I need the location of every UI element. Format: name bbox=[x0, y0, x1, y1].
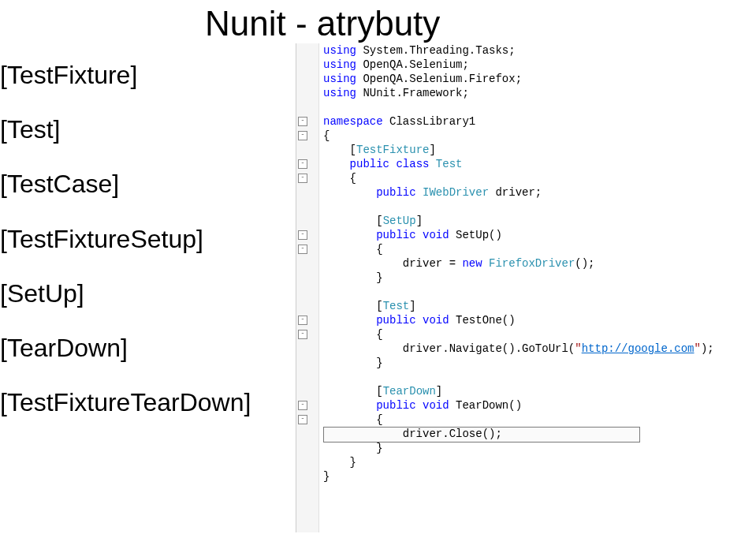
code-line: { bbox=[323, 327, 714, 342]
code-line: driver.Close(); bbox=[323, 427, 714, 441]
code-line: { bbox=[323, 413, 714, 427]
code-line: public void TestOne() bbox=[323, 313, 714, 327]
code-line: { bbox=[323, 171, 714, 185]
outline-collapse-icon[interactable]: - bbox=[298, 117, 307, 126]
outline-collapse-icon[interactable]: - bbox=[298, 159, 307, 169]
code-line: } bbox=[323, 469, 714, 484]
outline-collapse-icon[interactable]: - bbox=[298, 245, 307, 254]
code-line bbox=[323, 370, 714, 384]
code-line bbox=[323, 200, 714, 214]
code-line: public void TearDown() bbox=[323, 398, 714, 413]
code-line bbox=[323, 100, 714, 114]
slide-title: Nunit - atrybuty bbox=[205, 4, 440, 43]
code-line bbox=[323, 285, 714, 299]
attr-item: [TestFixtureSetup] bbox=[0, 219, 251, 260]
attr-item: [SetUp] bbox=[0, 274, 251, 314]
outline-collapse-icon[interactable]: - bbox=[298, 174, 307, 183]
code-line: public void SetUp() bbox=[323, 228, 714, 242]
code-line: { bbox=[323, 129, 714, 143]
code-line: driver.Navigate().GoToUrl("http://google… bbox=[323, 342, 714, 356]
attr-item: [TestFixture] bbox=[0, 55, 251, 95]
code-line: } bbox=[323, 441, 714, 455]
code-line: namespace ClassLibrary1 bbox=[323, 114, 714, 129]
code-line: [Test] bbox=[323, 299, 714, 313]
outline-collapse-icon[interactable]: - bbox=[298, 415, 307, 424]
code-line: { bbox=[323, 242, 714, 256]
code-gutter: ---------- bbox=[296, 43, 319, 532]
code-line: driver = new FirefoxDriver(); bbox=[323, 256, 714, 271]
code-editor: ---------- using System.Threading.Tasks;… bbox=[296, 43, 754, 532]
outline-collapse-icon[interactable]: - bbox=[298, 230, 307, 240]
attr-item: [Test] bbox=[0, 110, 251, 150]
outline-collapse-icon[interactable]: - bbox=[298, 401, 307, 410]
attr-item: [TestFixtureTearDown] bbox=[0, 383, 251, 423]
code-line: } bbox=[323, 271, 714, 285]
code-line: public IWebDriver driver; bbox=[323, 185, 714, 200]
outline-collapse-icon[interactable]: - bbox=[298, 316, 307, 325]
code-line: [SetUp] bbox=[323, 214, 714, 228]
outline-collapse-icon[interactable]: - bbox=[298, 131, 307, 140]
code-line: using OpenQA.Selenium.Firefox; bbox=[323, 72, 714, 86]
code-line: [TestFixture] bbox=[323, 143, 714, 157]
code-line: using System.Threading.Tasks; bbox=[323, 43, 714, 58]
attr-item: [TearDown] bbox=[0, 328, 251, 368]
attribute-list: [TestFixture] [Test] [TestCase] [TestFix… bbox=[0, 55, 251, 437]
code-line: [TearDown] bbox=[323, 384, 714, 398]
attr-item: [TestCase] bbox=[0, 164, 251, 204]
code-content: using System.Threading.Tasks;using OpenQ… bbox=[323, 43, 714, 484]
code-line: } bbox=[323, 356, 714, 370]
outline-collapse-icon[interactable]: - bbox=[298, 330, 307, 339]
code-line: public class Test bbox=[323, 157, 714, 171]
code-line: } bbox=[323, 455, 714, 469]
code-line: using OpenQA.Selenium; bbox=[323, 58, 714, 72]
code-line: using NUnit.Framework; bbox=[323, 86, 714, 100]
